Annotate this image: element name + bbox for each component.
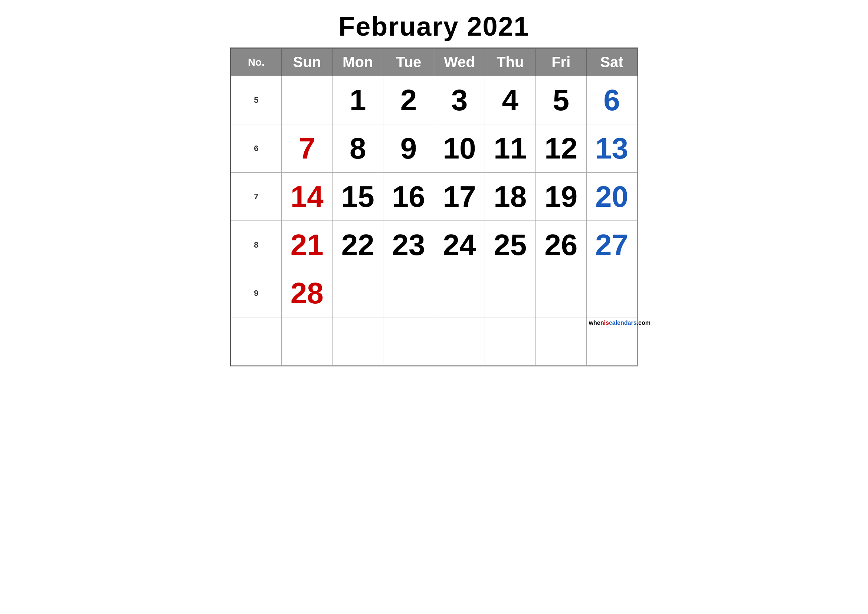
week-number: 5 bbox=[231, 76, 282, 124]
table-row: 6 bbox=[586, 76, 637, 124]
table-row: 24 bbox=[434, 221, 485, 269]
table-row: 15 bbox=[333, 173, 383, 221]
footer-cell bbox=[333, 317, 383, 366]
table-row: 10 bbox=[434, 124, 485, 173]
col-header-thu: Thu bbox=[485, 49, 535, 76]
day-number: 12 bbox=[538, 127, 584, 170]
table-row: 4 bbox=[485, 76, 535, 124]
day-number: 27 bbox=[589, 223, 635, 267]
week-number: 8 bbox=[231, 221, 282, 269]
table-row: 20 bbox=[586, 173, 637, 221]
watermark-cal: calendars bbox=[609, 319, 637, 326]
day-number bbox=[386, 271, 432, 315]
table-row bbox=[333, 269, 383, 317]
week-number: 6 bbox=[231, 124, 282, 173]
day-number: 11 bbox=[487, 127, 533, 170]
table-row bbox=[434, 269, 485, 317]
footer-cell bbox=[535, 317, 586, 366]
col-header-tue: Tue bbox=[383, 49, 434, 76]
table-row: 19 bbox=[535, 173, 586, 221]
week-number: 9 bbox=[231, 269, 282, 317]
calendar-wrapper: No. Sun Mon Tue Wed Thu Fri Sat 51234566… bbox=[230, 48, 638, 366]
table-row: 28 bbox=[282, 269, 333, 317]
day-number: 9 bbox=[386, 127, 432, 170]
day-number: 8 bbox=[335, 127, 381, 170]
footer-cell bbox=[485, 317, 535, 366]
day-number: 28 bbox=[284, 271, 330, 315]
day-number: 13 bbox=[589, 127, 635, 170]
table-row: 25 bbox=[485, 221, 535, 269]
table-row: 11 bbox=[485, 124, 535, 173]
day-number: 5 bbox=[538, 78, 584, 122]
day-number bbox=[538, 271, 584, 315]
watermark-is: is bbox=[604, 319, 609, 326]
table-row: 1 bbox=[333, 76, 383, 124]
watermark: wheniscalendars.com bbox=[589, 319, 635, 328]
table-row: 13 bbox=[586, 124, 637, 173]
day-number: 17 bbox=[436, 175, 482, 218]
watermark-when: when bbox=[589, 319, 604, 326]
table-row bbox=[535, 269, 586, 317]
footer-cell bbox=[383, 317, 434, 366]
watermark-cell: wheniscalendars.com bbox=[586, 317, 637, 366]
day-number: 25 bbox=[487, 223, 533, 267]
table-row: 14 bbox=[282, 173, 333, 221]
day-number: 21 bbox=[284, 223, 330, 267]
day-number: 26 bbox=[538, 223, 584, 267]
col-header-mon: Mon bbox=[333, 49, 383, 76]
footer-cell bbox=[282, 317, 333, 366]
week-number: 7 bbox=[231, 173, 282, 221]
col-header-fri: Fri bbox=[535, 49, 586, 76]
footer-no-cell bbox=[231, 317, 282, 366]
table-row: 18 bbox=[485, 173, 535, 221]
table-row: 5 bbox=[535, 76, 586, 124]
table-row: 3 bbox=[434, 76, 485, 124]
day-number: 23 bbox=[386, 223, 432, 267]
day-number: 14 bbox=[284, 175, 330, 218]
day-number bbox=[487, 271, 533, 315]
footer-cell bbox=[434, 317, 485, 366]
day-number: 24 bbox=[436, 223, 482, 267]
day-number: 18 bbox=[487, 175, 533, 218]
table-row: 27 bbox=[586, 221, 637, 269]
day-number: 4 bbox=[487, 78, 533, 122]
day-number bbox=[335, 271, 381, 315]
watermark-end: .com bbox=[637, 319, 651, 326]
table-row: 23 bbox=[383, 221, 434, 269]
day-number: 20 bbox=[589, 175, 635, 218]
table-row: 2 bbox=[383, 76, 434, 124]
table-row: 26 bbox=[535, 221, 586, 269]
table-row: 16 bbox=[383, 173, 434, 221]
day-number: 6 bbox=[589, 78, 635, 122]
col-header-wed: Wed bbox=[434, 49, 485, 76]
day-number bbox=[436, 271, 482, 315]
col-header-no: No. bbox=[231, 49, 282, 76]
day-number: 22 bbox=[335, 223, 381, 267]
day-number: 15 bbox=[335, 175, 381, 218]
table-row: 12 bbox=[535, 124, 586, 173]
day-number bbox=[284, 78, 330, 122]
day-number: 19 bbox=[538, 175, 584, 218]
day-number: 10 bbox=[436, 127, 482, 170]
table-row bbox=[586, 269, 637, 317]
col-header-sat: Sat bbox=[586, 49, 637, 76]
day-number: 16 bbox=[386, 175, 432, 218]
table-row: 22 bbox=[333, 221, 383, 269]
col-header-sun: Sun bbox=[282, 49, 333, 76]
day-number: 1 bbox=[335, 78, 381, 122]
calendar-table: No. Sun Mon Tue Wed Thu Fri Sat 51234566… bbox=[231, 48, 637, 366]
day-number bbox=[589, 271, 635, 315]
table-row: 7 bbox=[282, 124, 333, 173]
table-row: 8 bbox=[333, 124, 383, 173]
table-row: 9 bbox=[383, 124, 434, 173]
day-number: 3 bbox=[436, 78, 482, 122]
table-row: 17 bbox=[434, 173, 485, 221]
table-row bbox=[383, 269, 434, 317]
page-title: February 2021 bbox=[338, 11, 529, 42]
day-number: 7 bbox=[284, 127, 330, 170]
table-row bbox=[485, 269, 535, 317]
table-row bbox=[282, 76, 333, 124]
day-number: 2 bbox=[386, 78, 432, 122]
table-row: 21 bbox=[282, 221, 333, 269]
